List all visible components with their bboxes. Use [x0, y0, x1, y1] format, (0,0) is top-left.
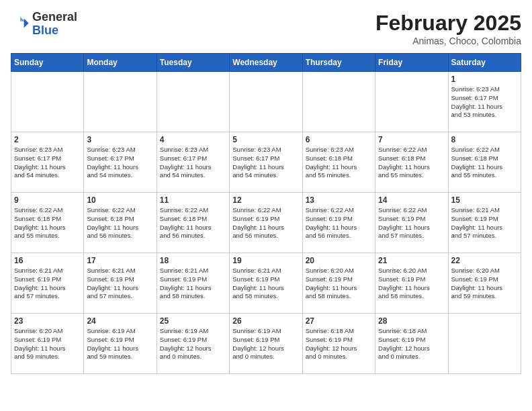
- day-number: 22: [451, 256, 518, 265]
- day-info: Sunrise: 6:23 AM Sunset: 6:17 PM Dayligh…: [232, 146, 299, 180]
- week-row-5: 23Sunrise: 6:20 AM Sunset: 6:19 PM Dayli…: [11, 314, 521, 374]
- calendar-cell: 24Sunrise: 6:19 AM Sunset: 6:19 PM Dayli…: [84, 314, 157, 374]
- calendar-cell: 7Sunrise: 6:22 AM Sunset: 6:18 PM Daylig…: [375, 132, 448, 193]
- header: General Blue February 2025 Animas, Choco…: [11, 11, 521, 46]
- day-number: 14: [378, 195, 445, 205]
- day-number: 19: [232, 256, 299, 265]
- day-number: 13: [306, 195, 372, 205]
- day-number: 25: [160, 316, 226, 326]
- day-number: 5: [232, 135, 299, 144]
- day-info: Sunrise: 6:22 AM Sunset: 6:18 PM Dayligh…: [87, 206, 153, 240]
- day-number: 21: [378, 256, 445, 265]
- calendar-cell: 28Sunrise: 6:18 AM Sunset: 6:19 PM Dayli…: [375, 314, 448, 374]
- calendar-cell: [375, 72, 448, 132]
- weekday-header-saturday: Saturday: [448, 54, 521, 72]
- day-info: Sunrise: 6:20 AM Sunset: 6:19 PM Dayligh…: [14, 327, 81, 361]
- calendar-cell: [448, 314, 521, 374]
- calendar-cell: [302, 72, 375, 132]
- calendar-cell: 20Sunrise: 6:20 AM Sunset: 6:19 PM Dayli…: [302, 253, 375, 314]
- calendar-cell: 3Sunrise: 6:23 AM Sunset: 6:17 PM Daylig…: [84, 132, 157, 193]
- week-row-4: 16Sunrise: 6:21 AM Sunset: 6:19 PM Dayli…: [11, 253, 521, 314]
- calendar-cell: 12Sunrise: 6:22 AM Sunset: 6:19 PM Dayli…: [230, 193, 302, 253]
- day-info: Sunrise: 6:22 AM Sunset: 6:19 PM Dayligh…: [306, 206, 372, 240]
- day-info: Sunrise: 6:23 AM Sunset: 6:17 PM Dayligh…: [160, 146, 226, 180]
- calendar-cell: 21Sunrise: 6:20 AM Sunset: 6:19 PM Dayli…: [375, 253, 448, 314]
- day-info: Sunrise: 6:21 AM Sunset: 6:19 PM Dayligh…: [451, 206, 518, 240]
- day-number: 18: [160, 256, 226, 265]
- day-info: Sunrise: 6:22 AM Sunset: 6:18 PM Dayligh…: [14, 206, 81, 240]
- calendar-cell: 25Sunrise: 6:19 AM Sunset: 6:19 PM Dayli…: [157, 314, 229, 374]
- day-number: 26: [232, 316, 299, 326]
- day-info: Sunrise: 6:19 AM Sunset: 6:19 PM Dayligh…: [160, 327, 226, 361]
- day-info: Sunrise: 6:22 AM Sunset: 6:19 PM Dayligh…: [378, 206, 445, 240]
- day-info: Sunrise: 6:18 AM Sunset: 6:19 PM Dayligh…: [306, 327, 372, 361]
- calendar-cell: 13Sunrise: 6:22 AM Sunset: 6:19 PM Dayli…: [302, 193, 375, 253]
- calendar-cell: 10Sunrise: 6:22 AM Sunset: 6:18 PM Dayli…: [84, 193, 157, 253]
- calendar-cell: [230, 72, 302, 132]
- calendar-cell: 16Sunrise: 6:21 AM Sunset: 6:19 PM Dayli…: [11, 253, 84, 314]
- weekday-header-thursday: Thursday: [302, 54, 375, 72]
- day-number: 12: [232, 195, 299, 205]
- day-info: Sunrise: 6:20 AM Sunset: 6:19 PM Dayligh…: [378, 267, 445, 301]
- calendar-cell: 4Sunrise: 6:23 AM Sunset: 6:17 PM Daylig…: [157, 132, 229, 193]
- day-info: Sunrise: 6:21 AM Sunset: 6:19 PM Dayligh…: [14, 267, 81, 301]
- day-info: Sunrise: 6:22 AM Sunset: 6:18 PM Dayligh…: [160, 206, 226, 240]
- day-info: Sunrise: 6:20 AM Sunset: 6:19 PM Dayligh…: [451, 267, 518, 301]
- weekday-header-wednesday: Wednesday: [230, 54, 302, 72]
- day-number: 8: [451, 135, 518, 144]
- logo-general: General: [32, 10, 77, 24]
- day-number: 11: [160, 195, 226, 205]
- day-number: 7: [378, 135, 445, 144]
- calendar-cell: 15Sunrise: 6:21 AM Sunset: 6:19 PM Dayli…: [448, 193, 521, 253]
- weekday-header-friday: Friday: [375, 54, 448, 72]
- day-info: Sunrise: 6:22 AM Sunset: 6:18 PM Dayligh…: [378, 146, 445, 180]
- calendar-cell: 22Sunrise: 6:20 AM Sunset: 6:19 PM Dayli…: [448, 253, 521, 314]
- logo-icon: [11, 15, 30, 34]
- day-info: Sunrise: 6:18 AM Sunset: 6:19 PM Dayligh…: [378, 327, 445, 361]
- day-number: 20: [306, 256, 372, 265]
- day-number: 24: [87, 316, 153, 326]
- day-number: 28: [378, 316, 445, 326]
- week-row-3: 9Sunrise: 6:22 AM Sunset: 6:18 PM Daylig…: [11, 193, 521, 253]
- calendar-cell: 26Sunrise: 6:19 AM Sunset: 6:19 PM Dayli…: [230, 314, 302, 374]
- svg-marker-0: [24, 18, 29, 28]
- logo: General Blue: [11, 11, 77, 38]
- title-area: February 2025 Animas, Choco, Colombia: [375, 11, 521, 46]
- calendar-cell: 6Sunrise: 6:23 AM Sunset: 6:18 PM Daylig…: [302, 132, 375, 193]
- calendar-cell: 5Sunrise: 6:23 AM Sunset: 6:17 PM Daylig…: [230, 132, 302, 193]
- day-info: Sunrise: 6:23 AM Sunset: 6:17 PM Dayligh…: [87, 146, 153, 180]
- day-info: Sunrise: 6:21 AM Sunset: 6:19 PM Dayligh…: [232, 267, 299, 301]
- day-info: Sunrise: 6:23 AM Sunset: 6:17 PM Dayligh…: [451, 85, 518, 120]
- day-number: 10: [87, 195, 153, 205]
- day-info: Sunrise: 6:21 AM Sunset: 6:19 PM Dayligh…: [87, 267, 153, 301]
- weekday-header-row: SundayMondayTuesdayWednesdayThursdayFrid…: [11, 54, 521, 72]
- day-number: 6: [306, 135, 372, 144]
- calendar-cell: 17Sunrise: 6:21 AM Sunset: 6:19 PM Dayli…: [84, 253, 157, 314]
- day-number: 4: [160, 135, 226, 144]
- location: Animas, Choco, Colombia: [375, 36, 521, 46]
- day-number: 15: [451, 195, 518, 205]
- day-number: 23: [14, 316, 81, 326]
- logo-text: General Blue: [32, 11, 77, 38]
- calendar-cell: [11, 72, 84, 132]
- calendar-table: SundayMondayTuesdayWednesdayThursdayFrid…: [11, 53, 521, 374]
- week-row-1: 1Sunrise: 6:23 AM Sunset: 6:17 PM Daylig…: [11, 72, 521, 132]
- weekday-header-monday: Monday: [84, 54, 157, 72]
- day-number: 2: [14, 135, 81, 144]
- day-info: Sunrise: 6:19 AM Sunset: 6:19 PM Dayligh…: [232, 327, 299, 361]
- day-number: 17: [87, 256, 153, 265]
- calendar-cell: 8Sunrise: 6:22 AM Sunset: 6:18 PM Daylig…: [448, 132, 521, 193]
- calendar-cell: 2Sunrise: 6:23 AM Sunset: 6:17 PM Daylig…: [11, 132, 84, 193]
- calendar-cell: [84, 72, 157, 132]
- day-number: 1: [451, 75, 518, 84]
- day-info: Sunrise: 6:23 AM Sunset: 6:18 PM Dayligh…: [306, 146, 372, 180]
- day-number: 9: [14, 195, 81, 205]
- weekday-header-sunday: Sunday: [11, 54, 84, 72]
- calendar-cell: 14Sunrise: 6:22 AM Sunset: 6:19 PM Dayli…: [375, 193, 448, 253]
- calendar-cell: 9Sunrise: 6:22 AM Sunset: 6:18 PM Daylig…: [11, 193, 84, 253]
- day-info: Sunrise: 6:22 AM Sunset: 6:19 PM Dayligh…: [232, 206, 299, 240]
- day-number: 27: [306, 316, 372, 326]
- day-info: Sunrise: 6:21 AM Sunset: 6:19 PM Dayligh…: [160, 267, 226, 301]
- calendar-cell: 23Sunrise: 6:20 AM Sunset: 6:19 PM Dayli…: [11, 314, 84, 374]
- day-info: Sunrise: 6:20 AM Sunset: 6:19 PM Dayligh…: [306, 267, 372, 301]
